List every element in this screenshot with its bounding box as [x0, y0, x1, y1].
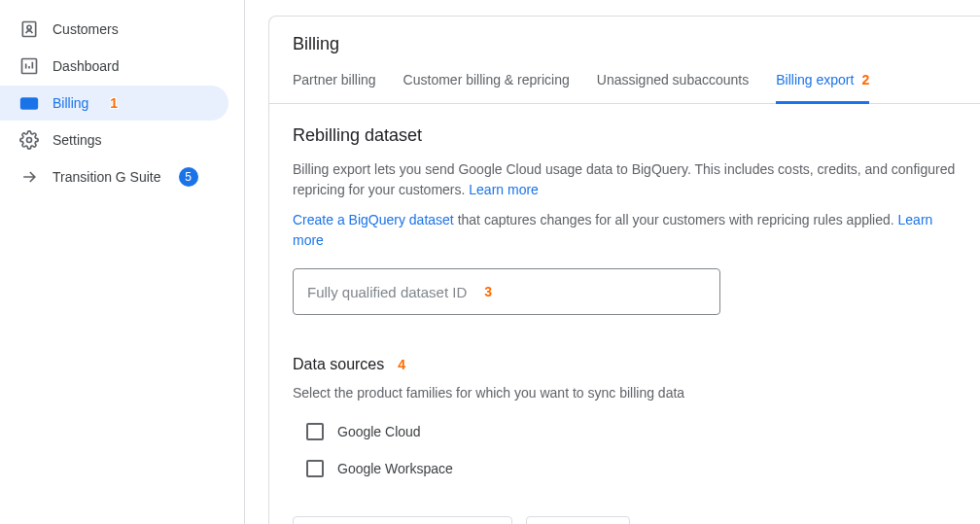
tab-label: Billing export — [776, 72, 854, 87]
main: Billing Partner billing Customer billing… — [245, 0, 980, 524]
heading-text: Data sources — [293, 356, 384, 373]
svg-point-1 — [27, 25, 31, 29]
desc-text: Billing export lets you send Google Clou… — [293, 161, 955, 197]
tab-partner-billing[interactable]: Partner billing — [293, 72, 376, 104]
tab-billing-export[interactable]: Billing export 2 — [776, 72, 869, 104]
svg-rect-3 — [21, 98, 38, 109]
annotation-marker: 1 — [110, 95, 118, 111]
learn-more-link[interactable]: Learn more — [469, 182, 539, 197]
billing-card: Billing Partner billing Customer billing… — [268, 16, 980, 524]
checkbox-row-google-workspace[interactable]: Google Workspace — [306, 460, 957, 477]
deactivate-button[interactable]: Deactivate billing data export — [293, 516, 512, 524]
data-sources-section: Data sources 4 Select the product famili… — [293, 356, 957, 477]
badge: 5 — [179, 167, 198, 187]
annotation-marker: 3 — [484, 284, 492, 299]
rebilling-heading: Rebilling dataset — [293, 125, 957, 146]
sidebar-item-dashboard[interactable]: Dashboard — [0, 49, 228, 84]
sidebar-item-label: Transition G Suite — [52, 169, 161, 185]
data-sources-heading: Data sources 4 — [293, 356, 957, 373]
tab-customer-billing[interactable]: Customer billing & repricing — [403, 72, 570, 104]
desc-text: that captures changes for all your custo… — [454, 212, 898, 227]
checkbox-label: Google Workspace — [337, 461, 453, 476]
svg-point-4 — [27, 138, 32, 143]
checkbox-icon[interactable] — [306, 460, 324, 477]
create-dataset-line: Create a BigQuery dataset that captures … — [293, 210, 957, 251]
annotation-marker: 4 — [398, 357, 405, 372]
annotation-marker: 2 — [861, 72, 869, 87]
sidebar: Customers Dashboard Billing 1 Settings T… — [0, 0, 245, 524]
button-row: Deactivate billing data export Update 5 — [293, 516, 957, 524]
tabs: Partner billing Customer billing & repri… — [269, 72, 980, 104]
update-button[interactable]: Update 5 — [526, 516, 630, 524]
sidebar-item-label: Billing — [52, 95, 88, 111]
sidebar-item-customers[interactable]: Customers — [0, 12, 228, 47]
content: Rebilling dataset Billing export lets yo… — [269, 104, 980, 524]
settings-icon — [19, 130, 39, 150]
checkbox-row-google-cloud[interactable]: Google Cloud — [306, 423, 957, 440]
sidebar-item-settings[interactable]: Settings — [0, 122, 228, 157]
create-bigquery-link[interactable]: Create a BigQuery dataset — [293, 212, 454, 227]
sidebar-item-label: Settings — [52, 132, 102, 148]
customers-icon — [19, 19, 39, 39]
arrow-right-icon — [19, 167, 39, 187]
rebilling-description: Billing export lets you send Google Clou… — [293, 159, 957, 200]
tab-unassigned-subaccounts[interactable]: Unassigned subaccounts — [597, 72, 749, 104]
checkbox-icon[interactable] — [306, 423, 324, 440]
billing-icon — [19, 93, 39, 113]
data-sources-description: Select the product families for which yo… — [293, 383, 957, 403]
sidebar-item-label: Dashboard — [52, 58, 120, 74]
sidebar-item-label: Customers — [52, 21, 119, 37]
page-title: Billing — [293, 34, 957, 54]
dataset-id-input[interactable]: Fully qualified dataset ID 3 — [293, 268, 720, 315]
sidebar-item-transition[interactable]: Transition G Suite 5 — [0, 159, 228, 194]
checkbox-label: Google Cloud — [337, 424, 421, 439]
dashboard-icon — [19, 56, 39, 76]
input-placeholder: Fully qualified dataset ID — [307, 284, 467, 300]
sidebar-item-billing[interactable]: Billing 1 — [0, 86, 228, 121]
